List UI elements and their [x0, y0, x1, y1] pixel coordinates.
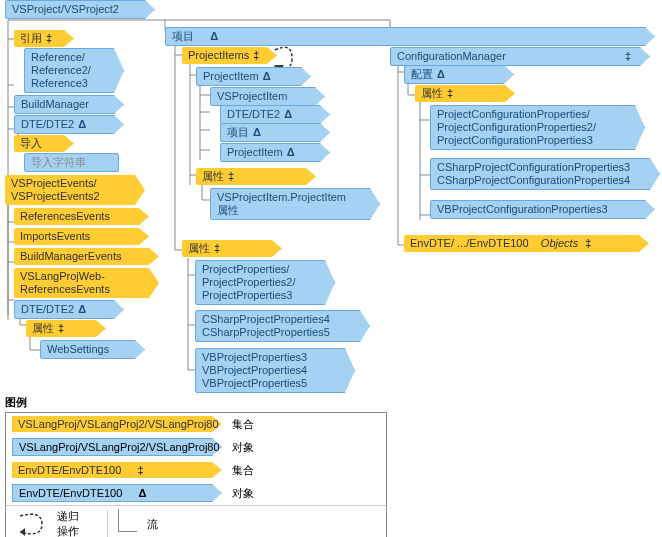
root-node: VSProject/VSProject2 [5, 0, 155, 10]
